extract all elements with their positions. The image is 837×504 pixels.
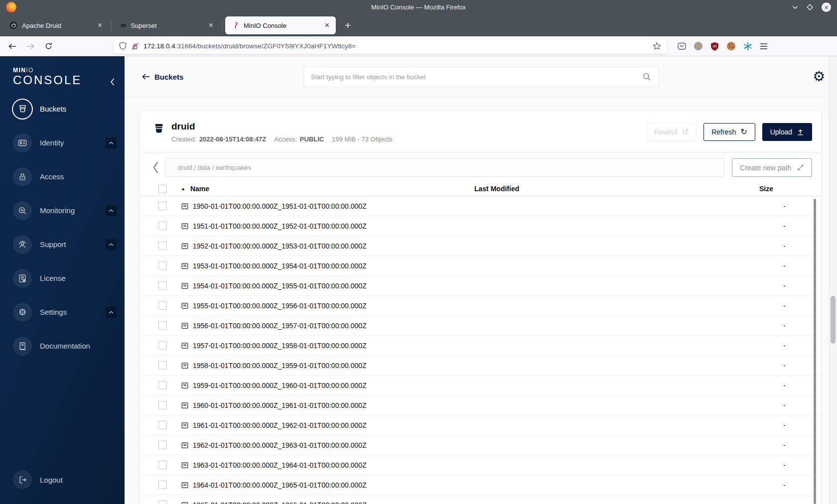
table-row[interactable]: 1951-01-01T00:00:00.000Z_1952-01-01T00:0… — [140, 216, 821, 236]
row-checkbox[interactable] — [158, 301, 167, 310]
settings-gear-icon[interactable]: ⚙ — [813, 70, 825, 84]
shield-icon[interactable] — [119, 42, 127, 50]
table-row[interactable]: 1957-01-01T00:00:00.000Z_1958-01-01T00:0… — [140, 336, 821, 356]
tab-separator — [111, 20, 112, 30]
row-checkbox[interactable] — [158, 501, 167, 504]
insecure-lock-icon[interactable] — [131, 42, 139, 50]
ublock-shield-icon[interactable]: uD — [710, 42, 719, 51]
reload-icon[interactable] — [41, 39, 56, 53]
row-checkbox[interactable] — [158, 461, 167, 469]
search-icon[interactable] — [643, 73, 651, 81]
sidebar-item-monitoring[interactable]: Monitoring — [0, 194, 125, 228]
asterisk-extension-icon[interactable] — [743, 42, 752, 51]
table-row[interactable]: 1958-01-01T00:00:00.000Z_1959-01-01T00:0… — [140, 356, 821, 376]
table-row[interactable]: 1961-01-01T00:00:00.000Z_1962-01-01T00:0… — [140, 415, 821, 435]
cookie-extension-icon[interactable] — [726, 41, 736, 51]
row-checkbox[interactable] — [158, 381, 167, 389]
sidebar-item-support[interactable]: Support — [0, 228, 125, 261]
page-scrollbar-track[interactable] — [829, 56, 837, 504]
object-file-icon — [181, 302, 189, 310]
sidebar-item-access[interactable]: Access — [0, 160, 125, 194]
upload-icon — [797, 128, 804, 136]
bookmark-star-icon[interactable] — [653, 42, 661, 50]
sidebar-collapse-icon[interactable] — [110, 78, 115, 86]
row-checkbox[interactable] — [158, 421, 167, 429]
table-row[interactable]: 1959-01-01T00:00:00.000Z_1960-01-01T00:0… — [140, 376, 821, 395]
sidebar-item-label: Documentation — [40, 342, 90, 350]
chevron-up-icon[interactable] — [106, 137, 117, 148]
pocket-icon[interactable] — [678, 42, 686, 50]
back-to-buckets-button[interactable]: Buckets — [142, 73, 183, 81]
sidebar-item-documentation[interactable]: Documentation — [0, 329, 125, 363]
maximize-icon[interactable] — [807, 4, 813, 10]
tab-superset[interactable]: ∞ Superset × — [114, 16, 220, 34]
object-size: - — [753, 461, 808, 469]
tab-close-icon[interactable]: × — [207, 21, 215, 30]
table-row[interactable]: 1962-01-01T00:00:00.000Z_1963-01-01T00:0… — [140, 435, 821, 455]
table-row[interactable]: 1963-01-01T00:00:00.000Z_1964-01-01T00:0… — [140, 455, 821, 475]
svg-text:uD: uD — [712, 44, 717, 48]
table-row[interactable]: 1952-01-01T00:00:00.000Z_1953-01-01T00:0… — [140, 236, 821, 256]
sidebar-item-buckets[interactable]: Buckets — [0, 92, 125, 126]
sidebar-item-logout[interactable]: Logout — [0, 463, 125, 497]
minimize-icon[interactable] — [792, 5, 798, 9]
row-checkbox[interactable] — [158, 222, 167, 230]
object-size: - — [753, 202, 808, 210]
table-row[interactable]: 1965-01-01T00:00:00.000Z_1966-01-01T00:0… — [140, 495, 821, 504]
window-titlebar: MinIO Console — Mozilla Firefox × — [0, 0, 837, 14]
sidebar-item-settings[interactable]: ⚙Settings — [0, 295, 125, 329]
create-new-path-button[interactable]: Create new path — [732, 158, 812, 177]
table-row[interactable]: 1964-01-01T00:00:00.000Z_1965-01-01T00:0… — [140, 475, 821, 495]
menu-hamburger-icon[interactable] — [760, 43, 768, 50]
row-checkbox[interactable] — [158, 242, 167, 250]
forward-icon[interactable] — [23, 39, 38, 53]
row-checkbox[interactable] — [158, 261, 167, 270]
tab-apache-druid[interactable]: Apache Druid × — [3, 16, 109, 34]
refresh-button[interactable]: Refresh ↻ — [703, 123, 755, 141]
chevron-up-icon[interactable] — [106, 239, 117, 250]
search-input[interactable] — [311, 73, 643, 81]
tab-close-icon[interactable]: × — [323, 21, 331, 30]
size-column-header: Size — [753, 185, 808, 193]
rewind-icon: ↺ — [682, 128, 689, 136]
row-checkbox[interactable] — [158, 202, 167, 210]
row-checkbox[interactable] — [158, 441, 167, 449]
row-checkbox[interactable] — [158, 281, 167, 290]
row-checkbox[interactable] — [158, 341, 167, 350]
rewind-button[interactable]: Rewind ↺ — [646, 123, 697, 141]
table-row[interactable]: 1955-01-01T00:00:00.000Z_1956-01-01T00:0… — [140, 296, 821, 316]
table-row[interactable]: 1950-01-01T00:00:00.000Z_1951-01-01T00:0… — [140, 196, 821, 216]
row-checkbox[interactable] — [158, 401, 167, 409]
upload-button[interactable]: Upload — [762, 123, 812, 141]
logout-icon — [13, 470, 32, 489]
path-back-chevron-icon[interactable] — [153, 162, 158, 173]
page-scrollbar-thumb[interactable] — [831, 296, 836, 344]
table-scrollbar[interactable] — [814, 199, 816, 504]
sidebar-item-identity[interactable]: Identity — [0, 126, 125, 160]
object-filter-search — [303, 67, 659, 87]
new-tab-button[interactable]: + — [342, 19, 354, 31]
sort-ascending-icon[interactable]: ▲ — [181, 187, 185, 191]
close-window-icon[interactable]: × — [822, 2, 831, 12]
privacy-extension-icon[interactable] — [694, 41, 703, 51]
object-file-icon — [181, 501, 189, 504]
select-all-checkbox[interactable] — [158, 185, 167, 193]
back-icon[interactable] — [5, 39, 20, 53]
table-row[interactable]: 1956-01-01T00:00:00.000Z_1957-01-01T00:0… — [140, 316, 821, 336]
row-checkbox[interactable] — [158, 321, 167, 330]
name-column-header[interactable]: Name — [190, 185, 209, 193]
object-file-icon — [181, 242, 189, 250]
chevron-up-icon[interactable] — [106, 205, 117, 216]
url-text[interactable]: 172.18.0.4:31664/buckets/druid/browse/ZG… — [143, 42, 648, 50]
table-row[interactable]: 1960-01-01T00:00:00.000Z_1961-01-01T00:0… — [140, 395, 821, 415]
row-checkbox[interactable] — [158, 361, 167, 370]
chevron-up-icon[interactable] — [106, 307, 117, 318]
url-bar[interactable]: 172.18.0.4:31664/buckets/druid/browse/ZG… — [114, 39, 667, 54]
tab-minio-console[interactable]: MinIO Console × — [225, 16, 336, 34]
logo-io: IO — [26, 67, 33, 74]
tab-close-icon[interactable]: × — [96, 21, 104, 30]
table-row[interactable]: 1953-01-01T00:00:00.000Z_1954-01-01T00:0… — [140, 256, 821, 276]
table-row[interactable]: 1954-01-01T00:00:00.000Z_1955-01-01T00:0… — [140, 276, 821, 296]
row-checkbox[interactable] — [158, 481, 167, 489]
sidebar-item-license[interactable]: License — [0, 261, 125, 295]
